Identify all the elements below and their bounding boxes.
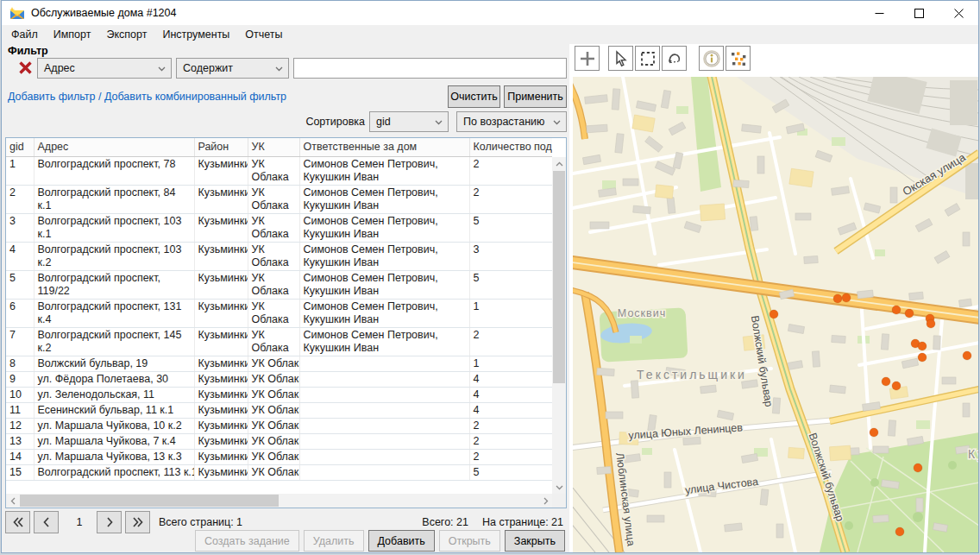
scroll-up-icon[interactable] (552, 157, 566, 170)
cell-district: Кузьминки (194, 449, 248, 464)
rect-select-tool-button[interactable] (635, 46, 660, 71)
scroll-down-icon[interactable] (552, 481, 566, 494)
table-row[interactable]: 14ул. Маршала Чуйкова, 13 к.3КузьминкиУК… (6, 449, 552, 464)
house-marker[interactable] (892, 306, 901, 314)
filter-value-input[interactable] (293, 58, 567, 79)
table-row[interactable]: 9ул. Фёдора Полетаева, 30КузьминкиУК Обл… (6, 371, 552, 387)
info-tool-button[interactable] (699, 46, 724, 71)
cell-district: Кузьминки (194, 242, 248, 270)
first-page-button[interactable] (5, 511, 30, 533)
house-marker[interactable] (833, 294, 842, 303)
vertical-scroll-thumb[interactable] (553, 171, 565, 383)
next-page-button[interactable] (97, 511, 122, 533)
close-button[interactable] (939, 1, 978, 25)
minimize-button[interactable] (859, 1, 899, 25)
map-label: Кузьминки (968, 447, 979, 461)
table-row[interactable]: 12ул. Маршала Чуйкова, 10 к.2КузьминкиУК… (6, 418, 552, 433)
cell-district: Кузьминки (194, 433, 248, 449)
prev-page-button[interactable] (34, 511, 59, 533)
house-marker[interactable] (870, 428, 878, 437)
col-uk[interactable]: УК (248, 138, 299, 156)
cell-district: Кузьминки (194, 156, 248, 185)
vertical-scrollbar[interactable] (552, 157, 566, 494)
last-page-button[interactable] (125, 511, 150, 533)
menu-tools[interactable]: Инструменты (154, 26, 237, 43)
cell-uk: УК Облака (248, 213, 299, 242)
house-marker[interactable] (963, 351, 971, 360)
col-gid[interactable]: gid (6, 138, 34, 156)
table-row[interactable]: 1Волгоградский проспект, 78КузьминкиУК О… (6, 156, 552, 185)
add-button[interactable]: Добавить (368, 530, 435, 552)
current-page: 1 (62, 516, 97, 528)
table-row[interactable]: 15Волгоградский проспект, 113 к.1Кузьмин… (6, 464, 552, 480)
app-icon (9, 7, 25, 20)
delete-button[interactable]: Удалить (304, 530, 364, 552)
cell-district: Кузьминки (194, 299, 248, 327)
table-row[interactable]: 11Есенинский бульвар, 11 к.1КузьминкиУК … (6, 402, 552, 418)
next-page-icon (104, 516, 116, 528)
col-district[interactable]: Район (194, 138, 248, 156)
table-row[interactable]: 8Волжский бульвар, 19КузьминкиУК Облака1 (6, 356, 552, 371)
house-marker[interactable] (895, 527, 904, 536)
remove-filter-icon[interactable] (18, 60, 33, 75)
apply-button[interactable]: Применить (504, 85, 567, 108)
lasso-select-tool-button[interactable] (662, 46, 687, 71)
add-combined-filter-link[interactable]: Добавить комбинированный фильтр (104, 91, 286, 103)
menu-file[interactable]: Файл (3, 26, 46, 43)
col-address[interactable]: Адрес (34, 138, 194, 156)
cell-responsible (299, 433, 469, 449)
cell-address: ул. Фёдора Полетаева, 30 (34, 371, 194, 387)
table-row[interactable]: 6Волгоградский проспект, 131 к.4Кузьминк… (6, 299, 552, 327)
cell-gid: 12 (6, 418, 34, 433)
cell-uk: УК Облака (248, 387, 299, 402)
menu-export[interactable]: Экспорт (98, 26, 154, 43)
house-marker[interactable] (770, 310, 778, 318)
markers-tool-button[interactable] (726, 46, 751, 71)
map[interactable]: Окская улицаМосквичТекстильщикиулица Юны… (573, 77, 979, 552)
filter-operator-combo[interactable]: Содержит (176, 58, 289, 79)
sort-field-combo[interactable]: gid (369, 111, 449, 132)
table-row[interactable]: 3Волгоградский проспект, 103 к.1Кузьминк… (6, 213, 552, 242)
horizontal-scroll-thumb[interactable] (20, 495, 279, 507)
table-row[interactable]: 7Волгоградский проспект, 145 к.2Кузьминк… (6, 327, 552, 356)
col-responsible[interactable]: Ответственные за дом (299, 138, 469, 156)
select-tool-button[interactable] (608, 46, 633, 71)
create-task-button[interactable]: Создать задание (195, 530, 299, 552)
cell-uk: УК Облака (248, 356, 299, 371)
col-count[interactable]: Количество под (469, 138, 552, 156)
rect-select-icon (639, 50, 656, 67)
add-filter-link[interactable]: Добавить фильтр (8, 91, 96, 103)
horizontal-scrollbar[interactable] (6, 494, 552, 508)
menu-import[interactable]: Импорт (46, 26, 99, 43)
menu-reports[interactable]: Отчеты (237, 26, 290, 43)
markers-icon (730, 50, 747, 67)
table-row[interactable]: 4Волгоградский проспект, 103 к.2Кузьминк… (6, 242, 552, 270)
crosshair-tool-button[interactable] (575, 46, 600, 71)
cell-district: Кузьминки (194, 356, 248, 371)
table-row[interactable]: 13ул. Маршала Чуйкова, 7 к.4КузьминкиУК … (6, 433, 552, 449)
clear-button[interactable]: Очистить (448, 85, 500, 108)
cell-district: Кузьминки (194, 402, 248, 418)
house-marker[interactable] (918, 353, 927, 362)
open-button[interactable]: Открыть (439, 530, 500, 552)
house-marker[interactable] (882, 377, 890, 386)
filter-field-value: Адрес (44, 62, 75, 74)
table-row[interactable]: 10ул. Зеленодольская, 11КузьминкиУК Обла… (6, 387, 552, 402)
house-marker[interactable] (892, 382, 901, 390)
scroll-left-icon[interactable] (6, 494, 19, 508)
filter-field-combo[interactable]: Адрес (37, 58, 172, 79)
house-marker[interactable] (927, 319, 935, 328)
cell-gid: 2 (6, 185, 34, 213)
close-window-button[interactable]: Закрыть (505, 530, 565, 552)
sort-direction-combo[interactable]: По возрастанию (456, 111, 567, 132)
house-marker[interactable] (914, 464, 922, 472)
table-row[interactable]: 5Волгоградский проспект, 119/22Кузьминки… (6, 270, 552, 299)
scroll-right-icon[interactable] (539, 494, 552, 508)
maximize-button[interactable] (899, 1, 939, 25)
house-marker[interactable] (842, 293, 851, 302)
house-marker[interactable] (905, 309, 914, 318)
table-row[interactable]: 2Волгоградский проспект, 84 к.1Кузьминки… (6, 185, 552, 213)
crosshair-icon (579, 50, 596, 67)
house-marker[interactable] (918, 342, 927, 350)
table-scroll-area: gid Адрес Район УК Ответственные за дом … (6, 138, 552, 494)
